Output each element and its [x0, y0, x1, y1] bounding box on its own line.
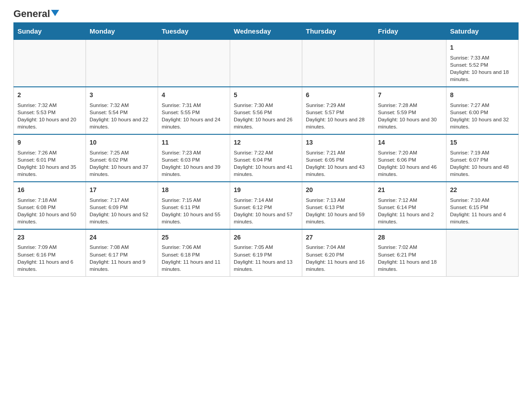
logo-general: General [13, 9, 50, 19]
calendar-week-row: 16Sunrise: 7:18 AM Sunset: 6:08 PM Dayli… [14, 182, 519, 229]
calendar-cell: 22Sunrise: 7:10 AM Sunset: 6:15 PM Dayli… [446, 182, 519, 229]
calendar-cell [14, 40, 86, 87]
day-info: Sunrise: 7:26 AM Sunset: 6:01 PM Dayligh… [17, 149, 82, 178]
calendar-cell: 14Sunrise: 7:20 AM Sunset: 6:06 PM Dayli… [374, 134, 446, 182]
calendar-week-row: 9Sunrise: 7:26 AM Sunset: 6:01 PM Daylig… [14, 134, 519, 182]
calendar-cell [374, 40, 446, 87]
calendar-week-row: 23Sunrise: 7:09 AM Sunset: 6:16 PM Dayli… [14, 229, 519, 276]
day-info: Sunrise: 7:30 AM Sunset: 5:56 PM Dayligh… [234, 102, 298, 130]
day-info: Sunrise: 7:04 AM Sunset: 6:20 PM Dayligh… [306, 244, 370, 272]
calendar-cell: 26Sunrise: 7:05 AM Sunset: 6:19 PM Dayli… [230, 229, 302, 276]
day-number: 26 [234, 233, 298, 242]
day-info: Sunrise: 7:21 AM Sunset: 6:05 PM Dayligh… [306, 149, 370, 178]
day-number: 27 [306, 233, 370, 242]
day-info: Sunrise: 7:17 AM Sunset: 6:09 PM Dayligh… [90, 197, 154, 225]
calendar-header-row: SundayMondayTuesdayWednesdayThursdayFrid… [14, 23, 519, 40]
day-info: Sunrise: 7:32 AM Sunset: 5:54 PM Dayligh… [90, 102, 154, 130]
calendar-cell [446, 229, 519, 276]
calendar-cell: 17Sunrise: 7:17 AM Sunset: 6:09 PM Dayli… [86, 182, 158, 229]
day-number: 18 [162, 186, 226, 195]
calendar-cell: 4Sunrise: 7:31 AM Sunset: 5:55 PM Daylig… [158, 87, 230, 134]
calendar-cell: 23Sunrise: 7:09 AM Sunset: 6:16 PM Dayli… [14, 229, 86, 276]
day-number: 3 [90, 91, 154, 100]
calendar-cell [158, 40, 230, 87]
calendar-cell: 5Sunrise: 7:30 AM Sunset: 5:56 PM Daylig… [230, 87, 302, 134]
day-number: 8 [450, 91, 515, 100]
calendar-cell: 2Sunrise: 7:32 AM Sunset: 5:53 PM Daylig… [14, 87, 86, 134]
day-info: Sunrise: 7:28 AM Sunset: 5:59 PM Dayligh… [378, 102, 442, 130]
day-number: 10 [90, 138, 154, 147]
day-number: 25 [162, 233, 226, 242]
calendar-header-friday: Friday [374, 23, 446, 40]
day-info: Sunrise: 7:23 AM Sunset: 6:03 PM Dayligh… [162, 149, 226, 178]
page-header: General [13, 9, 519, 18]
day-number: 13 [306, 138, 370, 147]
calendar-cell [302, 40, 374, 87]
day-number: 9 [17, 138, 82, 147]
day-number: 6 [306, 91, 370, 100]
day-number: 1 [450, 43, 515, 52]
calendar-cell: 18Sunrise: 7:15 AM Sunset: 6:11 PM Dayli… [158, 182, 230, 229]
calendar-cell: 25Sunrise: 7:06 AM Sunset: 6:18 PM Dayli… [158, 229, 230, 276]
day-number: 28 [378, 233, 442, 242]
day-info: Sunrise: 7:05 AM Sunset: 6:19 PM Dayligh… [234, 244, 298, 272]
day-info: Sunrise: 7:13 AM Sunset: 6:13 PM Dayligh… [306, 197, 370, 225]
day-info: Sunrise: 7:29 AM Sunset: 5:57 PM Dayligh… [306, 102, 370, 130]
logo-triangle-icon [51, 10, 59, 16]
calendar-cell: 10Sunrise: 7:25 AM Sunset: 6:02 PM Dayli… [86, 134, 158, 182]
calendar-header-monday: Monday [86, 23, 158, 40]
day-number: 14 [378, 138, 442, 147]
day-info: Sunrise: 7:27 AM Sunset: 6:00 PM Dayligh… [450, 102, 515, 130]
calendar-table: SundayMondayTuesdayWednesdayThursdayFrid… [13, 22, 519, 277]
calendar-week-row: 2Sunrise: 7:32 AM Sunset: 5:53 PM Daylig… [14, 87, 519, 134]
day-info: Sunrise: 7:09 AM Sunset: 6:16 PM Dayligh… [17, 244, 82, 272]
day-number: 16 [17, 186, 82, 195]
day-number: 19 [234, 186, 298, 195]
day-number: 22 [450, 186, 515, 195]
day-info: Sunrise: 7:14 AM Sunset: 6:12 PM Dayligh… [234, 197, 298, 225]
calendar-cell: 8Sunrise: 7:27 AM Sunset: 6:00 PM Daylig… [446, 87, 519, 134]
calendar-cell: 27Sunrise: 7:04 AM Sunset: 6:20 PM Dayli… [302, 229, 374, 276]
day-number: 12 [234, 138, 298, 147]
day-info: Sunrise: 7:25 AM Sunset: 6:02 PM Dayligh… [90, 149, 154, 178]
day-info: Sunrise: 7:20 AM Sunset: 6:06 PM Dayligh… [378, 149, 442, 178]
day-info: Sunrise: 7:31 AM Sunset: 5:55 PM Dayligh… [162, 102, 226, 130]
calendar-cell: 13Sunrise: 7:21 AM Sunset: 6:05 PM Dayli… [302, 134, 374, 182]
calendar-header-saturday: Saturday [446, 23, 519, 40]
calendar-cell: 24Sunrise: 7:08 AM Sunset: 6:17 PM Dayli… [86, 229, 158, 276]
calendar-cell: 12Sunrise: 7:22 AM Sunset: 6:04 PM Dayli… [230, 134, 302, 182]
day-info: Sunrise: 7:15 AM Sunset: 6:11 PM Dayligh… [162, 197, 226, 225]
day-info: Sunrise: 7:18 AM Sunset: 6:08 PM Dayligh… [17, 197, 82, 225]
day-number: 2 [17, 91, 82, 100]
day-number: 7 [378, 91, 442, 100]
day-info: Sunrise: 7:33 AM Sunset: 5:52 PM Dayligh… [450, 54, 515, 83]
calendar-header-sunday: Sunday [14, 23, 86, 40]
calendar-cell: 1Sunrise: 7:33 AM Sunset: 5:52 PM Daylig… [446, 40, 519, 87]
day-number: 15 [450, 138, 515, 147]
day-number: 24 [90, 233, 154, 242]
calendar-cell: 15Sunrise: 7:19 AM Sunset: 6:07 PM Dayli… [446, 134, 519, 182]
day-number: 11 [162, 138, 226, 147]
day-number: 5 [234, 91, 298, 100]
calendar-cell [230, 40, 302, 87]
day-info: Sunrise: 7:22 AM Sunset: 6:04 PM Dayligh… [234, 149, 298, 178]
day-info: Sunrise: 7:10 AM Sunset: 6:15 PM Dayligh… [450, 197, 515, 225]
day-number: 21 [378, 186, 442, 195]
day-info: Sunrise: 7:06 AM Sunset: 6:18 PM Dayligh… [162, 244, 226, 272]
calendar-cell: 20Sunrise: 7:13 AM Sunset: 6:13 PM Dayli… [302, 182, 374, 229]
calendar-cell: 7Sunrise: 7:28 AM Sunset: 5:59 PM Daylig… [374, 87, 446, 134]
calendar-header-thursday: Thursday [302, 23, 374, 40]
day-info: Sunrise: 7:02 AM Sunset: 6:21 PM Dayligh… [378, 244, 442, 272]
calendar-cell: 19Sunrise: 7:14 AM Sunset: 6:12 PM Dayli… [230, 182, 302, 229]
logo: General [13, 9, 59, 18]
calendar-cell [86, 40, 158, 87]
day-info: Sunrise: 7:32 AM Sunset: 5:53 PM Dayligh… [17, 102, 82, 130]
day-info: Sunrise: 7:08 AM Sunset: 6:17 PM Dayligh… [90, 244, 154, 272]
calendar-cell: 9Sunrise: 7:26 AM Sunset: 6:01 PM Daylig… [14, 134, 86, 182]
calendar-cell: 16Sunrise: 7:18 AM Sunset: 6:08 PM Dayli… [14, 182, 86, 229]
day-number: 17 [90, 186, 154, 195]
day-info: Sunrise: 7:19 AM Sunset: 6:07 PM Dayligh… [450, 149, 515, 178]
calendar-header-tuesday: Tuesday [158, 23, 230, 40]
calendar-cell: 6Sunrise: 7:29 AM Sunset: 5:57 PM Daylig… [302, 87, 374, 134]
calendar-cell: 28Sunrise: 7:02 AM Sunset: 6:21 PM Dayli… [374, 229, 446, 276]
